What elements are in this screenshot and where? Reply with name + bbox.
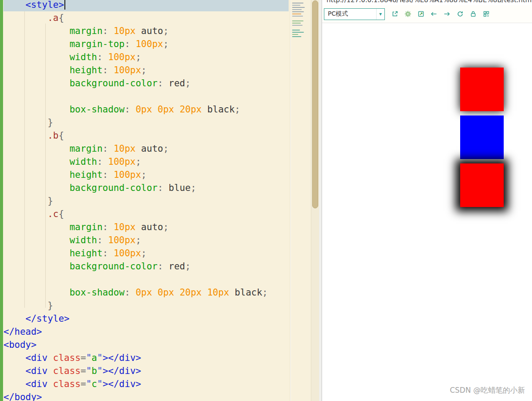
- code-editor[interactable]: <style> .a{ margin: 10px auto; margin-to…: [0, 0, 290, 401]
- qrcode-icon[interactable]: [482, 10, 490, 18]
- minimap-line: [292, 34, 298, 35]
- code-line[interactable]: [3, 273, 289, 286]
- code-token: [3, 39, 70, 49]
- code-token: 100px: [114, 170, 141, 180]
- code-token: :: [103, 170, 114, 180]
- code-line[interactable]: </style>: [3, 312, 289, 325]
- code-line[interactable]: background-color: red;: [3, 77, 289, 90]
- code-line[interactable]: box-shadow: 0px 0px 20px 10px black;: [3, 286, 289, 299]
- code-token: [202, 287, 207, 298]
- code-line[interactable]: background-color: red;: [3, 260, 289, 273]
- preview-toolbar: PC模式 ▾: [322, 5, 532, 23]
- code-token: [3, 300, 47, 311]
- code-token: [3, 170, 70, 180]
- code-line[interactable]: margin: 10px auto;: [3, 142, 289, 155]
- code-token: [135, 26, 141, 36]
- back-arrow-icon[interactable]: [430, 10, 438, 18]
- code-line[interactable]: height: 100px;: [3, 247, 289, 260]
- code-token: auto: [141, 222, 163, 232]
- code-token: =: [81, 353, 86, 363]
- settings-gear-icon[interactable]: [404, 10, 411, 18]
- code-token: background-color: [70, 78, 158, 88]
- code-token: black: [207, 104, 235, 115]
- code-token: :: [103, 222, 114, 232]
- code-line[interactable]: .b{: [3, 129, 289, 142]
- code-line[interactable]: }: [3, 194, 289, 207]
- code-token: [3, 353, 26, 363]
- code-token: ;: [141, 65, 147, 75]
- code-line[interactable]: height: 100px;: [3, 64, 289, 77]
- code-token: ;: [185, 261, 191, 272]
- preview-box-b: [460, 116, 504, 159]
- code-line[interactable]: <body>: [3, 338, 289, 351]
- code-line[interactable]: margin: 10px auto;: [3, 24, 289, 37]
- code-token: [3, 196, 47, 206]
- code-line[interactable]: width: 100px;: [3, 51, 289, 64]
- code-line[interactable]: <style>: [3, 0, 289, 11]
- code-token: red: [168, 78, 185, 88]
- minimap-line: [292, 3, 303, 3]
- screenshot-icon[interactable]: [417, 10, 424, 18]
- minimap-line: [292, 7, 305, 8]
- minimap-line: [292, 14, 301, 14]
- code-line[interactable]: </head>: [3, 325, 289, 338]
- minimap-line: [291, 17, 311, 19]
- rendered-page: [322, 24, 532, 401]
- code-line[interactable]: box-shadow: 0px 0px 20px black;: [3, 103, 289, 116]
- code-token: 100px: [114, 248, 141, 258]
- open-in-browser-icon[interactable]: [391, 10, 398, 18]
- code-line[interactable]: .c{: [3, 207, 289, 221]
- code-line[interactable]: .a{: [3, 11, 289, 24]
- text-cursor: [64, 0, 65, 10]
- minimap[interactable]: [291, 0, 311, 401]
- code-token: [3, 117, 47, 128]
- url-text[interactable]: http://127.0.0.1:8848/Test/%E8%A1%88%E4%…: [327, 0, 532, 4]
- preview-mode-select[interactable]: PC模式 ▾: [324, 8, 385, 20]
- code-token: ;: [163, 143, 169, 154]
- code-token: ": [86, 353, 92, 363]
- code-token: :: [158, 261, 168, 272]
- code-token: [3, 13, 47, 23]
- code-line[interactable]: </body>: [3, 391, 289, 401]
- code-token: >: [103, 366, 108, 376]
- refresh-icon[interactable]: [456, 10, 464, 18]
- code-line[interactable]: width: 100px;: [3, 234, 289, 247]
- code-line[interactable]: }: [3, 299, 289, 312]
- code-token: ;: [235, 104, 240, 115]
- code-token: <style>: [26, 0, 64, 10]
- code-line[interactable]: [3, 90, 289, 103]
- code-token: </div>: [108, 379, 141, 389]
- code-token: [174, 287, 180, 298]
- code-token: blue: [168, 183, 191, 193]
- code-token: 0px: [158, 287, 174, 298]
- code-token: [3, 65, 70, 75]
- code-token: height: [70, 170, 103, 180]
- code-token: margin: [70, 222, 103, 232]
- code-line[interactable]: <div class="c"></div>: [3, 377, 289, 391]
- lock-icon[interactable]: [469, 10, 477, 18]
- scrollbar-thumb[interactable]: [312, 0, 318, 208]
- code-line[interactable]: margin-top: 100px;: [3, 37, 289, 51]
- code-token: [3, 287, 70, 298]
- code-token: }: [47, 117, 53, 128]
- code-lines[interactable]: <style> .a{ margin: 10px auto; margin-to…: [3, 0, 289, 401]
- forward-arrow-icon[interactable]: [443, 10, 451, 18]
- code-line[interactable]: <div class="a"></div>: [3, 351, 289, 364]
- code-line[interactable]: <div class="b"></div>: [3, 364, 289, 377]
- toolbar-icons: [391, 10, 490, 18]
- editor-scrollbar[interactable]: [311, 0, 319, 401]
- preview-box-a: [460, 68, 504, 111]
- code-line[interactable]: width: 100px;: [3, 155, 289, 168]
- code-token: 20px: [180, 104, 202, 115]
- code-token: class: [53, 366, 81, 376]
- code-token: [3, 209, 47, 219]
- code-token: ;: [141, 170, 147, 180]
- code-token: ;: [262, 287, 268, 298]
- code-line[interactable]: margin: 10px auto;: [3, 221, 289, 234]
- code-line[interactable]: }: [3, 116, 289, 129]
- code-line[interactable]: background-color: blue;: [3, 181, 289, 194]
- code-line[interactable]: height: 100px;: [3, 168, 289, 181]
- code-token: </head>: [3, 326, 42, 337]
- code-token: red: [168, 261, 185, 272]
- code-token: height: [70, 248, 103, 258]
